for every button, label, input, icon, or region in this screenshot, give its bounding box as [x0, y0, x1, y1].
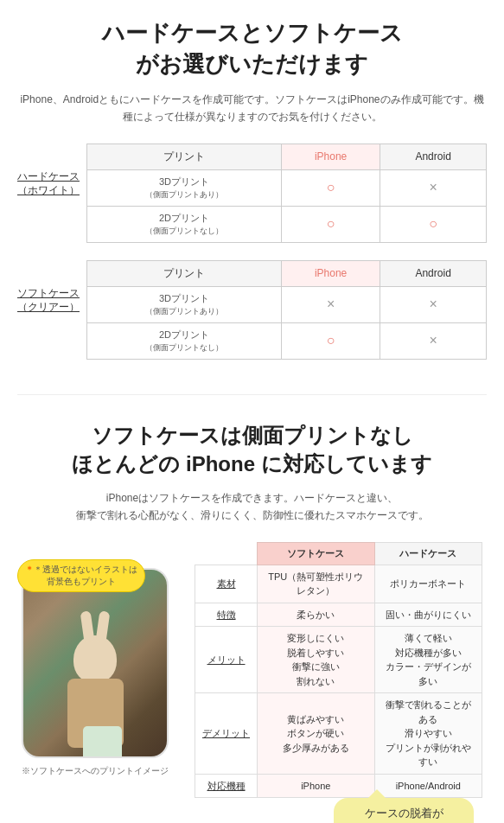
comparison-table-area: ソフトケース ハードケース 素材TPU（熱可塑性ポリウレタン）ポリカーボネート特… [195, 542, 482, 799]
comp-row-label: 対応機種 [195, 774, 258, 798]
section1-title: ハードケースとソフトケース がお選びいただけます [17, 17, 487, 80]
hard-case-label: ハードケース （ホワイト） [17, 144, 86, 199]
soft-row1-iphone: × [281, 286, 380, 322]
phone-illustration [22, 568, 169, 758]
painting-background [23, 570, 167, 756]
hard-iphone-header: iPhone [281, 144, 380, 169]
comp-hard-cell: iPhone/Android [374, 774, 482, 798]
soft-print-header: プリント [87, 260, 282, 286]
soft-case-table-container: プリント iPhone Android 3Dプリント（側面プリントあり） × ×… [86, 260, 487, 360]
comp-soft-header: ソフトケース [258, 542, 375, 565]
image-caption: ※ソフトケースへのプリントイメージ [22, 765, 186, 777]
table-row: 対応機種iPhoneiPhone/Android [195, 774, 482, 798]
table-row: メリット変形しにくい脱着しやすい衝撃に強い割れない薄くて軽い対応機種が多いカラー… [195, 627, 482, 693]
hard-row2-label: 2Dプリント（側面プリントなし） [87, 206, 282, 242]
hard-row1-android: × [380, 169, 487, 206]
comp-row-label: 特徴 [195, 603, 258, 627]
bottom-caption-area: ケースの脱着が苦手な方におすすめ。 [13, 798, 491, 823]
table-row: 3Dプリント（側面プリントあり） × × [87, 286, 487, 322]
comp-soft-cell: 変形しにくい脱着しやすい衝撃に強い割れない [258, 627, 375, 693]
hard-row2-iphone: ○ [281, 206, 380, 242]
soft-case-table: プリント iPhone Android 3Dプリント（側面プリントあり） × ×… [86, 260, 487, 360]
hard-case-table-container: プリント iPhone Android 3Dプリント（側面プリントあり） ○ ×… [86, 144, 487, 243]
rabbit-apron [83, 726, 122, 758]
section-divider [17, 394, 487, 395]
hard-android-header: Android [380, 144, 487, 169]
soft-row2-iphone: ○ [281, 322, 380, 359]
speech-bubble: ケースの脱着が苦手な方におすすめ。 [334, 798, 474, 823]
section2-title: ソフトケースは側面プリントなし ほとんどの iPhone に対応しています [13, 421, 491, 479]
soft-iphone-header: iPhone [281, 260, 380, 286]
comp-hard-cell: 衝撃で割れることがある滑りやすいプリントが剥がれやすい [374, 693, 482, 775]
rabbit-ear-left [80, 610, 95, 641]
comp-soft-cell: TPU（熱可塑性ポリウレタン） [258, 565, 375, 603]
soft-row2-label: 2Dプリント（側面プリントなし） [87, 322, 282, 359]
soft-case-section: ソフトケース （クリアー） プリント iPhone Android 3Dプリント… [17, 260, 487, 360]
table-row: 3Dプリント（側面プリントあり） ○ × [87, 169, 487, 206]
hard-print-header: プリント [87, 144, 282, 169]
comp-hard-header: ハードケース [374, 542, 482, 565]
comp-row-label: 素材 [195, 565, 258, 603]
hard-row1-iphone: ○ [281, 169, 380, 206]
hard-case-table: プリント iPhone Android 3Dプリント（側面プリントあり） ○ ×… [86, 144, 487, 243]
section2: ソフトケースは側面プリントなし ほとんどの iPhone に対応しています iP… [0, 404, 504, 823]
lower-section: ＊＊透過ではないイラストは 背景色もプリント [13, 542, 491, 799]
rabbit-body [67, 679, 124, 748]
table-row: 特徴柔らかい固い・曲がりにくい [195, 603, 482, 627]
phone-image-area: ＊＊透過ではないイラストは 背景色もプリント [22, 542, 186, 799]
comp-hard-cell: 薄くて軽い対応機種が多いカラー・デザインが多い [374, 627, 482, 693]
soft-row2-android: × [380, 322, 487, 359]
table-row: デメリット黄ばみやすいボタンが硬い多少厚みがある衝撃で割れることがある滑りやすい… [195, 693, 482, 775]
comp-row-label: メリット [195, 627, 258, 693]
section1: ハードケースとソフトケース がお選びいただけます iPhone、Androidと… [0, 0, 504, 386]
comp-hard-cell: 固い・曲がりにくい [374, 603, 482, 627]
hard-case-section: ハードケース （ホワイト） プリント iPhone Android 3Dプリント… [17, 144, 487, 243]
soft-case-label: ソフトケース （クリアー） [17, 260, 86, 316]
rabbit-ear-right [96, 610, 111, 641]
section2-subtitle: iPhoneはソフトケースを作成できます。ハードケースと違い、 衝撃で割れる心配… [13, 489, 491, 525]
soft-row1-android: × [380, 286, 487, 322]
comp-soft-cell: 黄ばみやすいボタンが硬い多少厚みがある [258, 693, 375, 775]
soft-android-header: Android [380, 260, 487, 286]
soft-row1-label: 3Dプリント（側面プリントあり） [87, 286, 282, 322]
comparison-table: ソフトケース ハードケース 素材TPU（熱可塑性ポリウレタン）ポリカーボネート特… [195, 542, 482, 799]
comp-soft-cell: iPhone [258, 774, 375, 798]
sticker-label: ＊＊透過ではないイラストは 背景色もプリント [17, 559, 145, 592]
rabbit-head [73, 635, 117, 683]
hard-row2-android: ○ [380, 206, 487, 242]
comp-hard-cell: ポリカーボネート [374, 565, 482, 603]
table-row: 2Dプリント（側面プリントなし） ○ × [87, 322, 487, 359]
comp-soft-cell: 柔らかい [258, 603, 375, 627]
comp-row-label: デメリット [195, 693, 258, 775]
table-row: 2Dプリント（側面プリントなし） ○ ○ [87, 206, 487, 242]
section1-subtitle: iPhone、Androidともにハードケースを作成可能です。ソフトケースはiP… [17, 91, 487, 126]
hard-row1-label: 3Dプリント（側面プリントあり） [87, 169, 282, 206]
table-row: 素材TPU（熱可塑性ポリウレタン）ポリカーボネート [195, 565, 482, 603]
rabbit-figure [61, 635, 130, 748]
